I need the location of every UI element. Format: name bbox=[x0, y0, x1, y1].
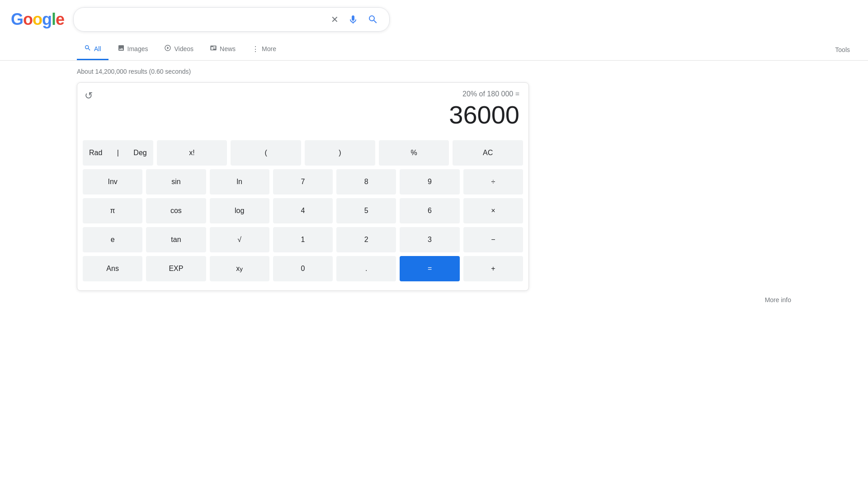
tab-videos-label: Videos bbox=[174, 45, 193, 52]
search-tab-icon bbox=[84, 44, 91, 53]
log-button[interactable]: log bbox=[210, 198, 269, 223]
search-input[interactable]: What is 20% of 180000 bbox=[83, 15, 324, 24]
clear-icon: ✕ bbox=[331, 14, 339, 25]
header: Google What is 20% of 180000 ✕ bbox=[0, 0, 868, 39]
tools-button[interactable]: Tools bbox=[828, 41, 857, 59]
tab-videos[interactable]: Videos bbox=[157, 39, 201, 60]
videos-tab-icon bbox=[164, 44, 171, 53]
google-logo[interactable]: Google bbox=[11, 10, 64, 29]
multiply-button[interactable]: × bbox=[463, 198, 523, 223]
deg-button[interactable]: Deg bbox=[127, 149, 153, 157]
calc-row-5: Ans EXP xy 0 . = + bbox=[83, 256, 523, 281]
search-bar: What is 20% of 180000 ✕ bbox=[73, 7, 390, 32]
percent-button[interactable]: % bbox=[379, 140, 449, 166]
calc-buttons: Rad | Deg x! ( ) % AC Inv sin ln 7 8 9 ÷… bbox=[77, 137, 528, 290]
one-button[interactable]: 1 bbox=[273, 227, 333, 252]
ln-button[interactable]: ln bbox=[210, 169, 269, 194]
rad-deg-divider: | bbox=[108, 147, 127, 159]
results-info: About 14,200,000 results (0.60 seconds) bbox=[0, 61, 868, 79]
decimal-button[interactable]: . bbox=[336, 256, 396, 281]
calc-result: 36000 bbox=[86, 100, 519, 129]
cos-button[interactable]: cos bbox=[146, 198, 206, 223]
nine-button[interactable]: 9 bbox=[400, 169, 459, 194]
inv-button[interactable]: Inv bbox=[83, 169, 142, 194]
add-button[interactable]: + bbox=[463, 256, 523, 281]
tab-images[interactable]: Images bbox=[110, 39, 156, 60]
xy-button[interactable]: xy bbox=[210, 256, 269, 281]
voice-button[interactable] bbox=[346, 12, 360, 27]
search-icon bbox=[368, 14, 378, 25]
two-button[interactable]: 2 bbox=[336, 227, 396, 252]
eight-button[interactable]: 8 bbox=[336, 169, 396, 194]
factorial-button[interactable]: x! bbox=[157, 140, 227, 166]
more-info[interactable]: More info bbox=[0, 291, 868, 304]
calc-expression: 20% of 180 000 = bbox=[86, 90, 519, 98]
seven-button[interactable]: 7 bbox=[273, 169, 333, 194]
calculator-widget: ↺ 20% of 180 000 = 36000 Rad | Deg x! ( … bbox=[77, 82, 529, 291]
news-tab-icon bbox=[210, 44, 217, 53]
search-button[interactable] bbox=[366, 12, 380, 27]
rad-button[interactable]: Rad bbox=[83, 149, 108, 157]
six-button[interactable]: 6 bbox=[400, 198, 459, 223]
equals-button[interactable]: = bbox=[400, 256, 459, 281]
history-icon: ↺ bbox=[85, 90, 93, 101]
five-button[interactable]: 5 bbox=[336, 198, 396, 223]
calc-row-2: Inv sin ln 7 8 9 ÷ bbox=[83, 169, 523, 194]
calc-row-1: Rad | Deg x! ( ) % AC bbox=[83, 140, 523, 166]
pi-button[interactable]: π bbox=[83, 198, 142, 223]
close-paren-button[interactable]: ) bbox=[305, 140, 375, 166]
history-button[interactable]: ↺ bbox=[85, 90, 93, 102]
more-tab-icon: ⋮ bbox=[252, 45, 259, 53]
zero-button[interactable]: 0 bbox=[273, 256, 333, 281]
tab-all-label: All bbox=[94, 45, 101, 52]
four-button[interactable]: 4 bbox=[273, 198, 333, 223]
three-button[interactable]: 3 bbox=[400, 227, 459, 252]
subtract-button[interactable]: − bbox=[463, 227, 523, 252]
exp-button[interactable]: EXP bbox=[146, 256, 206, 281]
calc-display: ↺ 20% of 180 000 = 36000 bbox=[77, 83, 528, 137]
tab-more-label: More bbox=[262, 45, 276, 52]
nav-tabs: All Images Videos News ⋮ More Tools bbox=[0, 39, 868, 61]
sin-button[interactable]: sin bbox=[146, 169, 206, 194]
tab-all[interactable]: All bbox=[77, 39, 108, 60]
calc-row-3: π cos log 4 5 6 × bbox=[83, 198, 523, 223]
tools-label: Tools bbox=[835, 46, 850, 53]
tab-images-label: Images bbox=[127, 45, 148, 52]
tab-more[interactable]: ⋮ More bbox=[245, 39, 283, 60]
rad-deg-wrapper: Rad | Deg bbox=[83, 140, 153, 166]
divide-button[interactable]: ÷ bbox=[463, 169, 523, 194]
sqrt-button[interactable]: √ bbox=[210, 227, 269, 252]
tab-news-label: News bbox=[220, 45, 236, 52]
e-button[interactable]: e bbox=[83, 227, 142, 252]
images-tab-icon bbox=[118, 44, 125, 53]
clear-button[interactable]: ✕ bbox=[329, 12, 340, 27]
open-paren-button[interactable]: ( bbox=[231, 140, 301, 166]
tab-news[interactable]: News bbox=[203, 39, 243, 60]
microphone-icon bbox=[348, 14, 359, 25]
calc-row-4: e tan √ 1 2 3 − bbox=[83, 227, 523, 252]
tan-button[interactable]: tan bbox=[146, 227, 206, 252]
ans-button[interactable]: Ans bbox=[83, 256, 142, 281]
ac-button[interactable]: AC bbox=[453, 140, 523, 166]
